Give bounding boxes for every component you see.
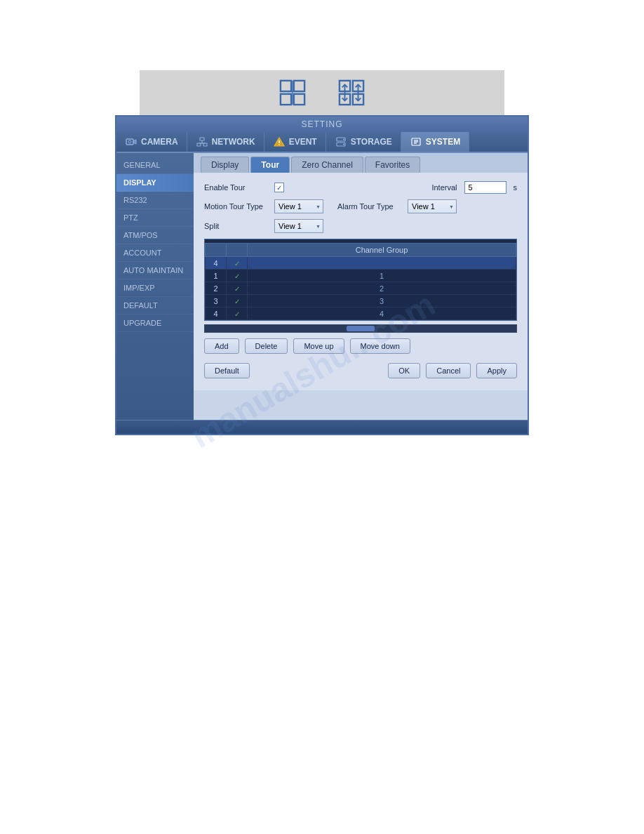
sub-tab-favorites[interactable]: Favorites (365, 157, 420, 173)
enable-tour-checkbox[interactable] (274, 183, 284, 192)
sub-tab-tour[interactable]: Tour (250, 157, 290, 173)
alarm-tour-select[interactable]: View 1 View 2 View 4 (408, 199, 457, 213)
svg-rect-1 (294, 81, 304, 91)
motion-tour-select[interactable]: View 1 View 2 View 4 (274, 199, 323, 213)
table-row[interactable]: 1 ✓ 1 (206, 270, 516, 282)
panel-content: Enable Tour Interval s Motion Tour Type … (194, 173, 528, 390)
alarm-tour-select-wrapper: View 1 View 2 View 4 (408, 199, 457, 213)
svg-rect-0 (281, 81, 291, 91)
action-buttons-row: Add Delete Move up Move down (204, 338, 517, 354)
svg-rect-12 (126, 139, 133, 145)
table-row[interactable]: 2 ✓ 2 (206, 282, 516, 295)
setting-title: SETTING (116, 117, 528, 132)
interval-input[interactable] (464, 181, 507, 194)
sub-tab-display[interactable]: Display (201, 157, 249, 173)
grid-icon-2[interactable] (336, 77, 367, 108)
svg-rect-17 (203, 143, 207, 146)
network-icon (196, 135, 208, 148)
svg-point-26 (343, 144, 344, 145)
svg-rect-16 (197, 143, 201, 146)
nav-tab-network[interactable]: NETWORK (187, 132, 264, 152)
move-up-button[interactable]: Move up (293, 338, 344, 354)
svg-rect-15 (200, 138, 204, 140)
apply-button[interactable]: Apply (476, 363, 517, 378)
motion-tour-label: Motion Tour Type (204, 202, 267, 211)
table-cell-group: 2 (248, 282, 516, 295)
table-cell-num: 1 (206, 270, 227, 282)
split-select-wrapper: View 1 View 2 View 4 (274, 219, 323, 233)
table-row[interactable]: 4 ✓ (206, 257, 516, 270)
bottom-buttons-row: Default OK Cancel Apply (204, 359, 517, 382)
svg-point-25 (343, 139, 344, 140)
nav-tab-system-label: SYSTEM (426, 137, 460, 147)
motion-tour-row: Motion Tour Type View 1 View 2 View 4 Al… (204, 199, 517, 213)
table-cell-check: ✓ (227, 257, 248, 270)
nav-tab-network-label: NETWORK (212, 137, 255, 147)
sidebar-item-impexp[interactable]: IMP/EXP (116, 279, 194, 297)
scrollbar-thumb (347, 326, 375, 331)
interval-unit: s (514, 183, 518, 192)
svg-rect-3 (294, 94, 304, 105)
table-cell-check: ✓ (227, 270, 248, 282)
grid-icon-1[interactable] (277, 77, 308, 108)
table-cell-check: ✓ (227, 282, 248, 295)
sidebar: GENERAL DISPLAY RS232 PTZ ATM/POS ACCOUN… (116, 153, 194, 420)
sidebar-item-display[interactable]: DISPLAY (116, 174, 194, 192)
sidebar-item-account[interactable]: ACCOUNT (116, 244, 194, 262)
nav-tab-storage[interactable]: STORAGE (326, 132, 401, 152)
split-select[interactable]: View 1 View 2 View 4 (274, 219, 323, 233)
nav-tab-event-label: EVENT (289, 137, 317, 147)
table-cell-num: 2 (206, 282, 227, 295)
table-header-col1 (206, 244, 227, 257)
svg-point-22 (279, 144, 280, 145)
nav-tab-system[interactable]: SYSTEM (401, 132, 469, 152)
setting-window: SETTING CAMERA (115, 115, 529, 435)
table-cell-num: 4 (206, 257, 227, 270)
sidebar-item-default[interactable]: DEFAULT (116, 297, 194, 315)
storage-icon (335, 135, 347, 148)
sidebar-item-rs232[interactable]: RS232 (116, 192, 194, 209)
sidebar-item-automaintain[interactable]: AUTO MAINTAIN (116, 262, 194, 279)
nav-tabs: CAMERA NETWORK (116, 132, 528, 153)
nav-tab-storage-label: STORAGE (351, 137, 392, 147)
table-row[interactable]: 4 ✓ 4 (206, 307, 516, 320)
main-content: GENERAL DISPLAY RS232 PTZ ATM/POS ACCOUN… (116, 153, 528, 420)
table-scrollbar[interactable] (204, 324, 517, 333)
split-row: Split View 1 View 2 View 4 (204, 219, 517, 233)
table-header-col2 (227, 244, 248, 257)
table-cell-group: 4 (248, 307, 516, 320)
nav-tab-camera[interactable]: CAMERA (116, 132, 187, 152)
channel-group-table: Channel Group 4 ✓ 1 (205, 243, 516, 320)
table-cell-group: 3 (248, 295, 516, 307)
move-down-button[interactable]: Move down (350, 338, 410, 354)
nav-tab-camera-label: CAMERA (141, 137, 178, 147)
ok-button[interactable]: OK (388, 363, 420, 378)
alarm-tour-label: Alarm Tour Type (337, 202, 401, 211)
sidebar-item-upgrade[interactable]: UPGRADE (116, 315, 194, 332)
cancel-button[interactable]: Cancel (426, 363, 471, 378)
nav-tab-event[interactable]: EVENT (264, 132, 326, 152)
default-button[interactable]: Default (204, 363, 250, 378)
add-button[interactable]: Add (204, 338, 239, 354)
svg-point-14 (128, 140, 131, 143)
table-cell-group (248, 257, 516, 270)
table-cell-num: 4 (206, 307, 227, 320)
table-cell-group: 1 (248, 270, 516, 282)
table-row[interactable]: 3 ✓ 3 (206, 295, 516, 307)
camera-icon (125, 135, 137, 148)
footer-bar (116, 420, 528, 434)
sidebar-item-general[interactable]: GENERAL (116, 157, 194, 174)
svg-rect-2 (281, 94, 291, 105)
enable-tour-label: Enable Tour (204, 183, 267, 192)
right-panel: Display Tour Zero Channel Favorites (194, 153, 528, 420)
system-icon (410, 135, 422, 148)
delete-button[interactable]: Delete (245, 338, 288, 354)
interval-label: Interval (422, 183, 457, 192)
sidebar-item-ptz[interactable]: PTZ (116, 209, 194, 227)
table-cell-check: ✓ (227, 295, 248, 307)
motion-tour-select-wrapper: View 1 View 2 View 4 (274, 199, 323, 213)
confirm-buttons: OK Cancel Apply (388, 363, 517, 378)
sidebar-item-atmpos[interactable]: ATM/POS (116, 227, 194, 244)
event-icon (273, 135, 286, 148)
sub-tab-zerochannel[interactable]: Zero Channel (291, 157, 363, 173)
